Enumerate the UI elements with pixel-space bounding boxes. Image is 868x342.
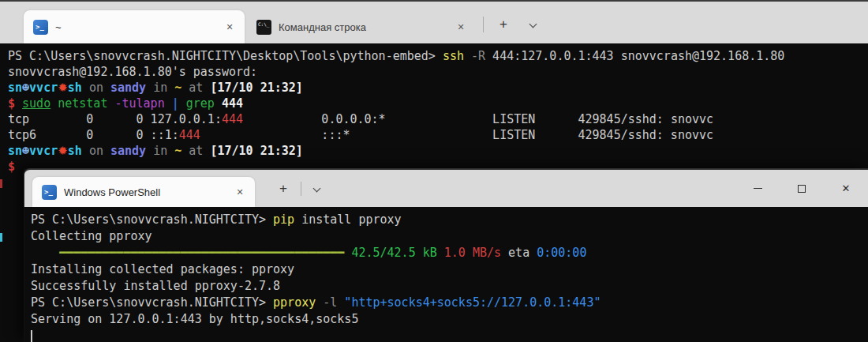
terminal-text: [51, 96, 58, 111]
window-controls: ✕: [735, 170, 868, 207]
terminal-line: Successfully installed pproxy-2.7.8: [31, 278, 868, 295]
terminal-text: 0:00:00: [537, 246, 586, 260]
terminal-text: 444: [222, 96, 243, 111]
terminal-text: vvcr: [29, 81, 58, 95]
terminal-text: 444:127.0.0.1:443 snovvcrash@192.168.1.8…: [485, 49, 784, 63]
terminal-text: 0.0.0.0:* LISTEN 429845/sshd: snovvc: [243, 112, 713, 126]
terminal-text: :::* LISTEN 429845/sshd: snovvc: [200, 128, 713, 142]
terminal-text: tcp6 0 0 ::1:: [8, 128, 179, 142]
terminal-text: 444: [179, 128, 200, 142]
terminal-text: -R: [471, 49, 485, 63]
download-progress-bar: ━━━━━━━━━━━━━━━━━━━━━━━━━━━━━━━━━━━━━━━━: [59, 246, 344, 260]
terminal-text: PS C:\Users\snovvcrash.NIGHTCITY>: [31, 295, 273, 310]
terminal-text: 444: [222, 112, 243, 126]
cmd-icon: C:\_: [256, 20, 271, 35]
terminal-line: PS C:\Users\snovvcrash.NIGHTCITY\Desktop…: [8, 48, 868, 64]
terminal-line: $ sudo netstat -tulapn | grep 444: [8, 96, 868, 111]
terminal-text: pip: [273, 212, 294, 227]
terminal-text: ~: [174, 144, 181, 158]
terminal-text: ~: [174, 81, 181, 95]
tab-title: Windows PowerShell: [64, 186, 233, 198]
terminal-text: PS C:\Users\snovvcrash.NIGHTCITY>: [31, 212, 273, 227]
terminal-line: Installing collected packages: pproxy: [31, 261, 868, 278]
terminal-text: [215, 96, 222, 111]
face-emoji-icon: ☻: [22, 81, 29, 95]
terminal-text: -tulapn: [114, 96, 164, 111]
terminal-text: at: [181, 144, 210, 158]
occluded-text-sliver-cyan: [0, 233, 2, 242]
terminal-text: Collecting pproxy: [31, 229, 152, 243]
new-tab-button[interactable]: +: [271, 176, 296, 201]
tab-home[interactable]: >_ ~ ✕: [24, 10, 245, 43]
occluded-text-sliver-red: [0, 179, 2, 188]
terminal-text: grep: [186, 96, 215, 111]
tabbar-divider: [301, 182, 301, 196]
tab-close-button[interactable]: ✕: [233, 185, 247, 199]
terminal-line: tcp6 0 0 ::1:444 :::* LISTEN 429845/sshd…: [8, 127, 868, 143]
terminal-line: PS C:\Users\snovvcrash.NIGHTCITY> pproxy…: [31, 295, 868, 311]
terminal-text: 1.0 MB/s: [444, 246, 501, 260]
powershell-icon: >_: [33, 20, 48, 35]
terminal-text: at: [181, 81, 210, 95]
maximize-icon: [798, 185, 806, 193]
terminal-text: sh: [68, 144, 82, 158]
terminal-line: ━━━━━━━━━━━━━━━━━━━━━━━━━━━━━━━━━━━━━━━━…: [31, 245, 868, 261]
fg-window-titlebar[interactable]: >_ Windows PowerShell ✕ + ✕: [24, 168, 868, 207]
tab-close-button[interactable]: ✕: [454, 20, 468, 34]
terminal-text: tcp 0 0 127.0.0.1:: [8, 112, 222, 126]
terminal-text: vvcr: [29, 144, 58, 158]
terminal-text: -l: [323, 295, 337, 310]
tab-title: Командная строка: [279, 21, 454, 33]
text-cursor: [31, 330, 32, 342]
terminal-line: sn☻vvcr✹sh on sandy in ~ at [17/10 21:32…: [8, 80, 868, 96]
tab-dropdown-button[interactable]: [521, 12, 544, 37]
terminal-text: ssh: [443, 49, 464, 63]
minimize-icon: [754, 188, 762, 189]
terminal-text: [17/10 21:32]: [210, 144, 302, 158]
terminal-text: "http+socks4+socks5://127.0.0.1:443": [344, 295, 600, 310]
terminal-text: sudo: [22, 96, 51, 111]
terminal-text: sandy: [110, 144, 146, 158]
terminal-text: [464, 49, 471, 63]
collision-emoji-icon: ✹: [58, 81, 68, 95]
terminal-text: sn: [8, 81, 22, 95]
close-button[interactable]: ✕: [824, 170, 868, 207]
terminal-text: eta: [501, 246, 537, 260]
bg-window-titlebar[interactable]: >_ ~ ✕ C:\_ Командная строка ✕ +: [0, 0, 868, 43]
terminal-text: sh: [68, 81, 82, 95]
tab-command-prompt[interactable]: C:\_ Командная строка ✕: [247, 10, 476, 43]
face-emoji-icon: ☻: [22, 144, 29, 158]
terminal-text: [179, 96, 186, 111]
terminal-text: [165, 96, 172, 111]
maximize-button[interactable]: [780, 170, 824, 207]
terminal-text: in: [146, 144, 174, 158]
terminal-line: snovvcrash@192.168.1.80's password:: [8, 64, 868, 80]
tabbar-divider: [483, 17, 484, 32]
terminal-text: [31, 246, 59, 260]
powershell-icon: >_: [42, 185, 57, 200]
terminal-text: snovvcrash@192.168.1.80's password:: [8, 65, 257, 79]
terminal-text: on: [82, 81, 110, 95]
terminal-line: sn☻vvcr✹sh on sandy in ~ at [17/10 21:32…: [8, 143, 868, 159]
chevron-down-icon: [529, 21, 537, 28]
terminal-line: Collecting pproxy: [31, 228, 868, 245]
terminal-text: on: [82, 144, 110, 158]
terminal-line: Serving on 127.0.0.1:443 by http,socks4,…: [31, 311, 868, 328]
foreground-terminal-output[interactable]: PS C:\Users\snovvcrash.NIGHTCITY> pip in…: [24, 207, 868, 342]
terminal-text: $: [8, 160, 15, 174]
terminal-line: [31, 328, 868, 342]
minimize-button[interactable]: [735, 170, 780, 207]
terminal-text: 42.5/42.5 kB: [351, 246, 436, 260]
tab-windows-powershell[interactable]: >_ Windows PowerShell ✕: [32, 177, 255, 207]
terminal-text: sn: [8, 144, 22, 158]
collision-emoji-icon: ✹: [58, 144, 68, 158]
new-tab-button[interactable]: +: [491, 12, 516, 37]
terminal-text: sandy: [110, 81, 146, 95]
terminal-text: [437, 246, 444, 260]
tab-dropdown-button[interactable]: [305, 176, 327, 201]
tab-close-button[interactable]: ✕: [223, 20, 237, 34]
terminal-text: pproxy: [273, 295, 316, 310]
terminal-text: install pproxy: [294, 212, 401, 227]
tab-title: ~: [55, 21, 223, 33]
terminal-text: $: [8, 96, 15, 111]
